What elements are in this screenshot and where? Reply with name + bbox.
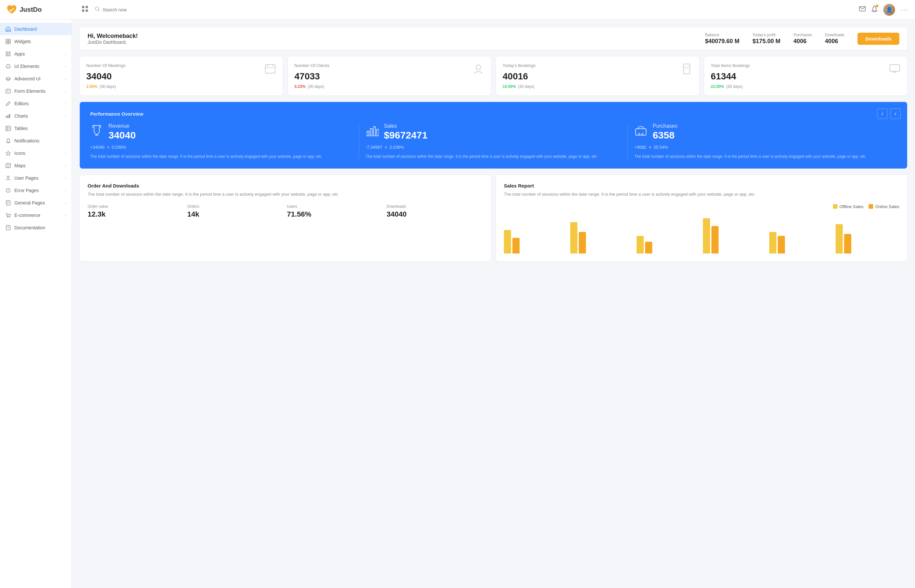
- layers-icon: [5, 76, 11, 82]
- sidebar-item-label-charts: Charts: [15, 113, 28, 119]
- sidebar-item-documentation[interactable]: Documentation: [0, 221, 71, 234]
- purchases-stat: Purchases 4006: [794, 33, 812, 45]
- bar-offline-3: [637, 236, 644, 254]
- pct-meetings: 2.00%: [86, 84, 97, 89]
- sales-report-desc: The total number of sessions within the …: [504, 191, 899, 198]
- layout: Dashboard Widgets Apps ›: [0, 0, 915, 588]
- orders-num: 14k: [187, 210, 284, 218]
- bar-group-6: [836, 224, 899, 254]
- sidebar-item-label-general-pages: General Pages: [15, 200, 45, 205]
- perf-next-btn[interactable]: ›: [890, 108, 900, 119]
- purchases-label: Purchases: [794, 33, 812, 37]
- perf-item-purchases: Purchases 6358 +9082 ▾ 35.54% The total …: [628, 123, 897, 160]
- online-sales-dot: [868, 204, 873, 209]
- sidebar-item-icons[interactable]: Icons ›: [0, 147, 71, 160]
- svg-rect-23: [6, 126, 10, 131]
- sidebar-item-advanced-ui[interactable]: Advanced UI ›: [0, 73, 71, 85]
- svg-rect-63: [370, 129, 372, 136]
- sidebar-item-ecommerce[interactable]: E-commerce ›: [0, 209, 71, 221]
- downloads-button[interactable]: Downloads: [857, 33, 899, 45]
- header-stats: Balance $40079.60 M Today's profit $175.…: [705, 33, 899, 45]
- avatar[interactable]: 👤: [883, 4, 895, 16]
- perf-desc-sales: The total number of sessions within the …: [366, 153, 621, 160]
- chevron-right-icon-8: ›: [65, 164, 66, 168]
- sidebar-item-label-widgets: Widgets: [15, 39, 31, 44]
- period-bookings: (30 days): [518, 84, 534, 89]
- svg-rect-8: [6, 39, 8, 41]
- metric-card-bookings: Today's Bookings 40016 10.00% (30 days): [496, 57, 699, 95]
- perf-item-sales: Sales $9672471 -7.34567 ▾ 2.036% The tot…: [359, 123, 628, 160]
- svg-rect-11: [8, 42, 10, 44]
- search-icon: [95, 6, 100, 13]
- sidebar-item-label-documentation: Documentation: [15, 225, 45, 230]
- header-bar: Hi, Welcomeback! JustDo Dashboard, Balan…: [80, 27, 907, 50]
- metric-value-bookings: 40016: [503, 71, 536, 82]
- order-stat-orders: Orders 14k: [187, 204, 284, 218]
- metric-cards: Number Of Meetings 34040 2.00% (30 days)…: [80, 57, 907, 95]
- order-downloads-title: Order And Downloads: [87, 183, 483, 189]
- logo-icon: [6, 5, 17, 15]
- chevron-right-icon-5: ›: [65, 102, 66, 105]
- form-icon: [5, 88, 11, 94]
- users-num: 71.56%: [287, 210, 383, 218]
- bar-offline-5: [769, 232, 776, 254]
- welcome-title: Hi, Welcomeback!: [87, 33, 138, 40]
- sidebar-item-form-elements[interactable]: Form Elements ›: [0, 85, 71, 97]
- metric-title-clients: Number Of Clients: [294, 63, 330, 68]
- mail-icon[interactable]: [859, 6, 866, 13]
- sidebar-item-user-pages[interactable]: User Pages ›: [0, 172, 71, 184]
- svg-point-68: [642, 133, 643, 134]
- svg-rect-62: [367, 131, 369, 136]
- sidebar-item-label-icons: Icons: [15, 150, 25, 156]
- sidebar-item-ui-elements[interactable]: UI Elements ›: [0, 60, 71, 73]
- monitor-icon: [889, 63, 900, 77]
- metric-value-clients: 47033: [294, 71, 330, 82]
- chart-icon: [5, 113, 11, 119]
- arrow-down-icon-3: ▾: [649, 145, 651, 150]
- bar-group-5: [769, 232, 833, 254]
- search-input[interactable]: [103, 7, 258, 13]
- bar-offline-4: [703, 218, 710, 254]
- sidebar-item-maps[interactable]: Maps ›: [0, 160, 71, 172]
- order-stat-downloads: Downloads 34040: [386, 204, 483, 218]
- avatar-face: 👤: [883, 4, 895, 16]
- sidebar-item-general-pages[interactable]: General Pages ›: [0, 197, 71, 209]
- perf-sub-purchases: +9082 ▾ 35.54%: [634, 145, 890, 150]
- sidebar-item-editors[interactable]: Editors ›: [0, 97, 71, 110]
- perf-prev-btn[interactable]: ‹: [877, 108, 888, 119]
- grid-icon[interactable]: [82, 6, 88, 14]
- sidebar-item-charts[interactable]: Charts ›: [0, 110, 71, 122]
- svg-point-34: [8, 191, 8, 192]
- perf-title: Performance Overview: [90, 111, 897, 116]
- offline-sales-label: Offline Sales: [839, 204, 863, 209]
- sidebar-item-notifications[interactable]: Notifications: [0, 134, 71, 147]
- perf-sub-revenue: +34040 ▾ 0.036%: [90, 145, 352, 150]
- sidebar-item-widgets[interactable]: Widgets: [0, 35, 71, 48]
- search-wrap: [95, 6, 258, 13]
- chevron-right-icon-6: ›: [65, 114, 66, 118]
- svg-rect-66: [635, 129, 646, 135]
- table-icon: [5, 126, 11, 131]
- svg-rect-21: [8, 115, 8, 118]
- error-icon: [5, 187, 11, 193]
- sidebar-item-dashboard[interactable]: Dashboard: [0, 23, 71, 35]
- profit-value: $175.00 M: [753, 38, 780, 45]
- notification-icon[interactable]: [871, 6, 878, 14]
- bar-group-1: [504, 230, 567, 254]
- svg-rect-9: [8, 39, 10, 41]
- sidebar-item-error-pages[interactable]: Error Pages ›: [0, 184, 71, 197]
- more-menu[interactable]: ···: [901, 6, 909, 13]
- profit-stat: Today's profit $175.00 M: [753, 33, 780, 45]
- sidebar-item-tables[interactable]: Tables: [0, 122, 71, 134]
- bar-offline-2: [570, 222, 577, 254]
- doc-icon: [5, 225, 11, 231]
- sidebar-item-apps[interactable]: Apps ›: [0, 48, 71, 60]
- perf-item-revenue: Revenue 34040 +34040 ▾ 0.036% The total …: [90, 123, 359, 160]
- svg-rect-2: [82, 10, 84, 12]
- order-downloads-card: Order And Downloads The total number of …: [80, 175, 491, 261]
- sidebar-item-label-tables: Tables: [15, 126, 27, 131]
- chevron-right-icon: ›: [65, 52, 66, 56]
- online-sales-label: Online Sales: [875, 204, 899, 209]
- chart-bars: [504, 214, 899, 254]
- perf-value-sales: $9672471: [384, 130, 427, 141]
